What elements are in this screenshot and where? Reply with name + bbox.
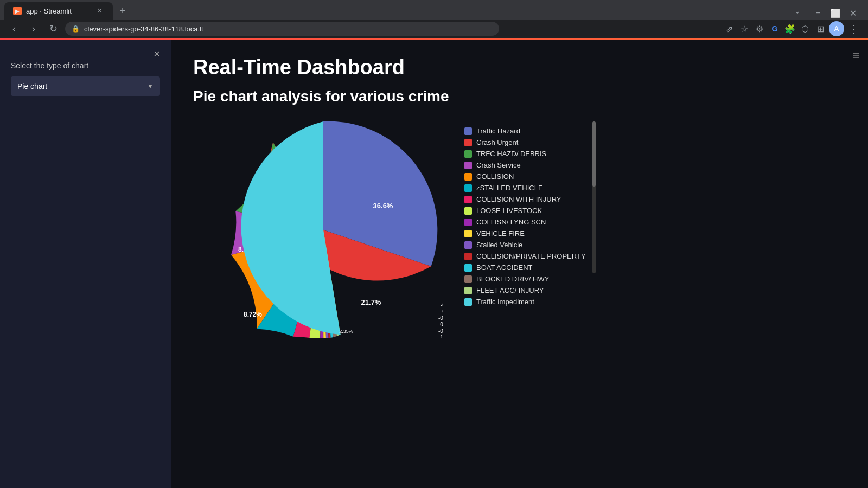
- cast-icon[interactable]: ⇗: [723, 22, 736, 35]
- legend-color-14: [464, 287, 472, 294]
- google-icon[interactable]: G: [768, 22, 781, 35]
- legend-item: Traffic Impediment: [464, 298, 586, 306]
- close-window-button[interactable]: ✕: [846, 7, 859, 20]
- chart-subtitle: Pie chart analysis for various crime: [193, 88, 846, 105]
- legend-label-1: Crash Urgent: [476, 138, 518, 146]
- legend-label-10: Stalled Vehicle: [476, 241, 522, 249]
- legend-color-4: [464, 173, 472, 181]
- legend-label-11: COLLISION/PRIVATE PROPERTY: [476, 252, 586, 260]
- pie-label-1: 21.7%: [361, 298, 381, 306]
- profile-avatar[interactable]: A: [829, 21, 844, 36]
- maximize-button[interactable]: ⬜: [829, 7, 842, 20]
- legend-label-15: Traffic Impediment: [476, 298, 534, 306]
- legend-item: LOOSE LIVESTOCK: [464, 207, 586, 215]
- legend-item: zSTALLED VEHICLE: [464, 184, 586, 192]
- legend-label-2: TRFC HAZD/ DEBRIS: [476, 150, 546, 158]
- legend-container: Traffic Hazard Crash Urgent TRFC HAZD/ D…: [464, 121, 596, 306]
- legend-color-13: [464, 275, 472, 283]
- pie-right-label-3: -0.2%: [441, 302, 443, 308]
- legend-color-12: [464, 264, 472, 272]
- legend-item: COLLISION WITH INJURY: [464, 195, 586, 203]
- legend-label-3: Crash Service: [476, 161, 521, 169]
- toolbar-right: ⇗ ☆ ⚙ G 🧩 ⬡ ⊞ A ⋮: [723, 21, 861, 36]
- forward-button[interactable]: ›: [26, 21, 41, 36]
- pie-chart: 36.6% 21.7% 10% 8.34% 8.: [204, 121, 443, 338]
- legend-color-2: [464, 150, 472, 158]
- pie-label-0: 36.6%: [373, 202, 393, 210]
- legend-label-8: COLLISN/ LYNG SCN: [476, 218, 546, 226]
- legend-color-5: [464, 184, 472, 192]
- minimize-button[interactable]: −: [812, 7, 825, 20]
- chart-area: 36.6% 21.7% 10% 8.34% 8.: [193, 121, 846, 338]
- reload-button[interactable]: ↻: [46, 21, 61, 36]
- legend-item: COLLISION: [464, 172, 586, 181]
- app-container: × Select the type of chart Pie chart ▼ ≡…: [0, 40, 868, 488]
- pie-right-label-8: -1.9%: [438, 335, 443, 338]
- sidebar-close-button[interactable]: ×: [149, 46, 164, 61]
- legend-item: Stalled Vehicle: [464, 241, 586, 249]
- pie-right-label-7: -0.526%: [438, 328, 443, 334]
- chevron-down-icon: ▼: [147, 82, 154, 90]
- legend-item: TRFC HAZD/ DEBRIS: [464, 150, 586, 158]
- legend-item: Traffic Hazard: [464, 127, 586, 135]
- legend-color-15: [464, 298, 472, 306]
- back-button[interactable]: ‹: [7, 21, 22, 36]
- legend-item: COLLISN/ LYNG SCN: [464, 218, 586, 226]
- legend-label-7: LOOSE LIVESTOCK: [476, 207, 542, 215]
- more-extensions-icon[interactable]: ⬡: [799, 22, 812, 35]
- legend-label-0: Traffic Hazard: [476, 127, 520, 135]
- legend-scrollbar[interactable]: [592, 121, 596, 273]
- legend-label-12: BOAT ACCIDENT: [476, 264, 533, 272]
- sidebar: × Select the type of chart Pie chart ▼: [0, 40, 171, 488]
- legend-label-5: zSTALLED VEHICLE: [476, 184, 543, 192]
- url-text: clever-spiders-go-34-86-38-118.loca.lt: [84, 25, 203, 33]
- legend-color-1: [464, 139, 472, 146]
- legend-item: VEHICLE FIRE: [464, 229, 586, 237]
- legend-color-7: [464, 207, 472, 215]
- extensions-icon[interactable]: 🧩: [783, 22, 796, 35]
- chart-type-value: Pie chart: [17, 82, 47, 91]
- chart-type-label: Select the type of chart: [11, 61, 160, 70]
- hamburger-menu-button[interactable]: ≡: [852, 48, 859, 62]
- pie-right-label-4: -0.25%: [441, 309, 443, 314]
- legend-color-8: [464, 219, 472, 226]
- main-content: ≡ Real-Time Dashboard Pie chart analysis…: [171, 40, 868, 488]
- new-tab-button[interactable]: +: [115, 3, 130, 18]
- legend-scrollbar-thumb: [592, 121, 596, 187]
- legend-label-13: BLOCKED DRIV/ HWY: [476, 275, 549, 283]
- legend-color-3: [464, 162, 472, 169]
- pie-label-4: 8.72%: [244, 311, 262, 318]
- legend-item: FLEET ACC/ INJURY: [464, 286, 586, 294]
- address-bar[interactable]: 🔒 clever-spiders-go-34-86-38-118.loca.lt: [65, 22, 499, 36]
- chart-type-select[interactable]: Pie chart ▼: [11, 76, 160, 96]
- legend-color-11: [464, 253, 472, 260]
- legend-item: Crash Service: [464, 161, 586, 169]
- active-tab[interactable]: ▶ app · Streamlit ×: [4, 2, 113, 20]
- tab-favicon: ▶: [13, 7, 22, 15]
- legend-label-4: COLLISION: [476, 172, 514, 181]
- pie-label-small-cluster: 2.35%: [339, 329, 353, 334]
- legend-item: Crash Urgent: [464, 138, 586, 146]
- window-controls: − ⬜ ✕: [807, 7, 864, 20]
- legend-label-14: FLEET ACC/ INJURY: [476, 286, 544, 294]
- legend-item: BLOCKED DRIV/ HWY: [464, 275, 586, 283]
- pie-right-label-6: -0.376%: [438, 322, 443, 328]
- legend-item: COLLISION/PRIVATE PROPERTY: [464, 252, 586, 260]
- legend-color-0: [464, 127, 472, 135]
- tab-overflow: ⌄: [790, 4, 805, 17]
- legend-color-10: [464, 241, 472, 249]
- legend-color-9: [464, 230, 472, 237]
- lock-icon: 🔒: [72, 25, 80, 33]
- settings-icon[interactable]: ⚙: [753, 22, 766, 35]
- legend-label-9: VEHICLE FIRE: [476, 229, 525, 237]
- tab-title: app · Streamlit: [26, 7, 91, 15]
- legend-label-6: COLLISION WITH INJURY: [476, 195, 561, 203]
- chrome-menu-button[interactable]: ⋮: [846, 22, 861, 35]
- legend: Traffic Hazard Crash Urgent TRFC HAZD/ D…: [464, 121, 586, 306]
- legend-item: BOAT ACCIDENT: [464, 264, 586, 272]
- tab-close-button[interactable]: ×: [95, 7, 104, 15]
- pie-right-label-5: -0.301%: [438, 315, 443, 321]
- bookmark-icon[interactable]: ☆: [738, 22, 751, 35]
- page-title: Real-Time Dashboard: [193, 56, 846, 79]
- tab-grid-icon[interactable]: ⊞: [814, 22, 827, 35]
